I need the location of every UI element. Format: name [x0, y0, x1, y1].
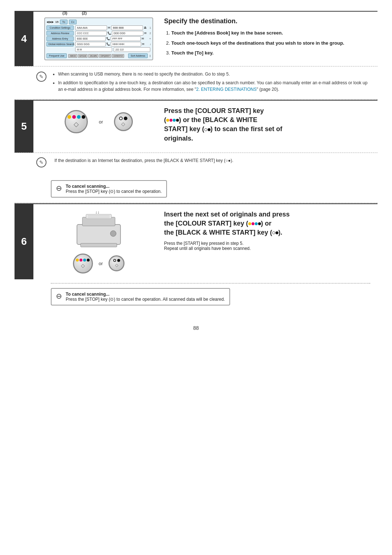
- colour-start-key: ◇: [65, 110, 88, 133]
- step6-dot-black-bw: [117, 259, 120, 262]
- step6-inline-dot-white: [272, 231, 275, 234]
- addr-right-3[interactable]: FFF FFF: [111, 36, 141, 41]
- address-row-5: III III JJJ JJJ: [75, 47, 151, 52]
- cc-btn[interactable]: Cc: [69, 20, 77, 24]
- cancel-desc-6: Press the [STOP] key (⊙) to cancel the o…: [66, 297, 225, 302]
- step6-bw-dots: [113, 259, 120, 262]
- step-5-note-internet: If the destination is an Internet fax de…: [54, 157, 370, 164]
- inline-dot-cyan: [173, 119, 176, 122]
- step-5-notes: ✎ If the destination is an Internet fax …: [15, 153, 377, 173]
- step6-inline-dot-yellow: [248, 222, 251, 225]
- step-4-row: 4 (3) (2) ◀ ▶▶ 15 To Cc: [15, 11, 377, 66]
- callout-2: (2): [82, 11, 86, 15]
- alpha-efghi[interactable]: EFGHI: [78, 54, 87, 58]
- pencil-circle-icon: ✎: [36, 72, 46, 82]
- step-5-note-area: ✎: [36, 157, 49, 169]
- step-6-note2: Repeat until all originals have been sca…: [164, 246, 370, 251]
- addr-left-3[interactable]: EEE EEE: [75, 36, 106, 41]
- addr-left-5[interactable]: III III: [75, 47, 112, 52]
- addr-icon-1: ✉: [108, 26, 110, 29]
- svg-rect-6: [86, 214, 111, 219]
- dot-magenta: [72, 115, 76, 119]
- step6-colour-dots-inline: [248, 222, 261, 225]
- step-6-text: Insert the next set of originals and pre…: [164, 210, 370, 251]
- step6-bw-button[interactable]: ◇: [109, 255, 124, 271]
- colour-dots: [68, 115, 85, 119]
- step4-callout: (3) (2): [62, 11, 87, 15]
- cancel-note-5: ⊖ To cancel scanning... Press the [STOP]…: [51, 180, 167, 198]
- step-5-title: Press the [COLOUR START] key ( ) or the …: [164, 106, 370, 143]
- step-4-visual: (3) (2) ◀ ▶▶ 15 To Cc Condition Settings: [41, 17, 157, 60]
- address-row-4: GGG GGG 📞 HHH HHH ✉ ↓: [75, 42, 151, 46]
- svg-text:✎: ✎: [39, 74, 44, 80]
- alpha-uvwxyz[interactable]: UVWXYZ: [112, 54, 124, 58]
- to-btn[interactable]: To: [60, 20, 67, 24]
- screen-topnav: ◀ ▶▶ 15 To Cc: [46, 20, 151, 24]
- step6-dot-cyan: [83, 259, 86, 262]
- addr-right-1[interactable]: BBB BBB: [111, 25, 143, 30]
- address-review-btn[interactable]: Address Review: [46, 31, 74, 36]
- address-entry-btn[interactable]: Address Entry: [46, 36, 74, 41]
- screen-main: Condition Settings Address Review Addres…: [46, 25, 151, 52]
- step6-inline-dot-magenta: [252, 222, 254, 225]
- address-book-screen: ◀ ▶▶ 15 To Cc Condition Settings Address…: [44, 17, 153, 60]
- step6-colour-dots: [76, 259, 90, 262]
- step-4-instruction-2: Touch one-touch keys of the destinations…: [171, 40, 370, 47]
- step-6-note1: Press the [START] key pressed in step 5.: [164, 241, 370, 246]
- colour-start-button[interactable]: ◇: [65, 110, 88, 133]
- step6-bw-dots-inline: [272, 231, 278, 234]
- addr-left-4[interactable]: GGG GGG: [75, 42, 106, 46]
- step-4-instructions: Touch the [Address Book] key in the base…: [164, 29, 370, 57]
- step-4-instruction-1: Touch the [Address Book] key in the base…: [171, 29, 370, 37]
- step6-colour-button[interactable]: ◇: [73, 254, 93, 274]
- alpha-opqrst[interactable]: OPQRST: [99, 54, 111, 58]
- screen-left-buttons: Condition Settings Address Review Addres…: [46, 25, 74, 52]
- bw-dots-inline: [204, 128, 211, 131]
- step-4-text: Specify the destination. Touch the [Addr…: [164, 17, 370, 60]
- stop-icon-6: ⊖: [56, 292, 62, 300]
- addr-right-4[interactable]: HHH HHH: [111, 42, 141, 46]
- addr-num-2: 2: [147, 32, 151, 35]
- inline-dot-white: [204, 128, 207, 131]
- step-6-row: 6: [15, 203, 377, 279]
- address-row-2: CCC CCC 📞 DDD DDD ✉ 2: [75, 31, 151, 36]
- note-icon-4: ✎: [36, 72, 48, 84]
- sort-address-btn[interactable]: Sort Address: [128, 53, 148, 58]
- svg-text:✎: ✎: [39, 159, 44, 165]
- step6-dot-magenta: [79, 259, 82, 262]
- bw-start-button[interactable]: ◇: [114, 112, 133, 131]
- step6-inline-dot-black2: [275, 231, 278, 234]
- frequent-use-btn[interactable]: Frequent Use: [46, 53, 67, 58]
- nav-num: 15: [55, 20, 58, 24]
- step-5-text: Press the [COLOUR START] key ( ) or the …: [164, 106, 370, 147]
- addr-icon-r2: ✉: [144, 32, 147, 35]
- step-6-keys-container: ↓↓: [70, 210, 128, 274]
- condition-settings-btn[interactable]: Condition Settings: [46, 25, 74, 30]
- inline-dot-magenta: [170, 119, 172, 122]
- addr-left-1[interactable]: AAA AAA: [75, 25, 107, 30]
- colour-key-arrow: ◇: [74, 120, 79, 128]
- addr-right-2[interactable]: DDD DDD: [112, 31, 143, 36]
- address-row-1: AAA AAA ✉ BBB BBB 🖷 1: [75, 25, 151, 30]
- bw-start-key: ◇: [114, 112, 133, 131]
- printer-svg: ↓↓: [70, 210, 128, 250]
- step6-dot-yellow: [76, 259, 79, 262]
- global-address-search-btn[interactable]: Global Address Search: [46, 42, 74, 46]
- step-4-notes: ✎ When scanning to USB memory, there is …: [15, 66, 377, 99]
- entering-destinations-link[interactable]: 2. ENTERING DESTINATIONS: [196, 87, 256, 92]
- svg-rect-9: [81, 243, 117, 247]
- screen-address-list: AAA AAA ✉ BBB BBB 🖷 1 CCC CCC 📞 DDD DDD: [75, 25, 151, 52]
- step6-colour-key: ◇: [73, 254, 93, 274]
- step6-bw-arrow: ◇: [115, 263, 118, 268]
- stop-icon-5: ⊖: [56, 184, 62, 193]
- step-4-note-2: In addition to specification by a one-to…: [58, 80, 370, 93]
- addr-right-5[interactable]: JJJ JJJ: [114, 47, 151, 52]
- step-6-key-buttons: ◇ or: [73, 254, 125, 274]
- alpha-jklmn[interactable]: JKLMN: [88, 54, 98, 58]
- colour-dots-inline: [166, 119, 179, 122]
- inline-dot-black: [176, 119, 179, 122]
- step6-bw-key: ◇: [109, 255, 124, 271]
- alpha-abcd[interactable]: ABCD: [68, 54, 77, 58]
- addr-left-2[interactable]: CCC CCC: [75, 31, 107, 36]
- cancel-note-6: ⊖ To cancel scanning... Press the [STOP]…: [51, 288, 230, 305]
